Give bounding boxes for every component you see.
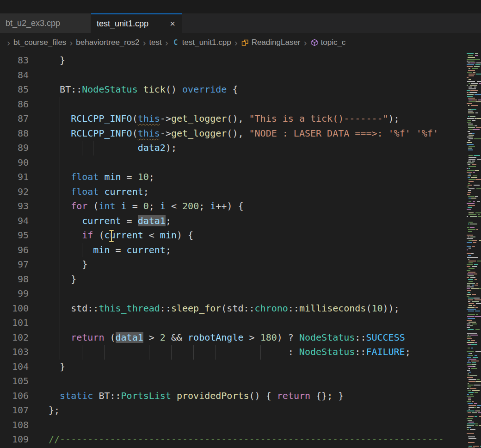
code-line[interactable]: std::this_thread::sleep_for(std::chrono:… [49,301,481,316]
chevron-right-icon: › [139,37,149,47]
line-number: 84 [0,68,29,83]
code-line[interactable]: } [49,53,481,68]
line-number: 105 [0,374,29,389]
line-number: 106 [0,389,29,404]
line-number: 109 [0,432,29,447]
line-number: 99 [0,286,29,301]
code-line[interactable]: return (data1 > 2 && robotAngle > 180) ?… [49,330,481,345]
title-bar [0,0,481,13]
breadcrumb-item-test_unit1[interactable]: C test_unit1.cpp [172,38,231,47]
line-number: 93 [0,199,29,214]
code-line[interactable] [49,286,481,301]
chevron-right-icon: › [162,37,172,47]
line-number: 98 [0,272,29,287]
line-number: 97 [0,257,29,272]
code-line[interactable]: //--------------------------------------… [49,432,481,447]
line-number: 101 [0,316,29,330]
code-line[interactable]: } [49,272,481,287]
line-number: 87 [0,112,29,126]
chevron-right-icon: › [301,37,310,47]
breadcrumb-item-ReadingLaser[interactable]: ReadingLaser [241,38,301,47]
line-number: 102 [0,330,29,345]
tab-label: bt_u2_ex3.cpp [6,19,60,28]
breadcrumb-item-behaviortree_ros2[interactable]: behaviortree_ros2 [76,38,139,47]
line-number: 86 [0,97,29,112]
code-line[interactable]: data2); [49,141,481,156]
line-number: 92 [0,185,29,199]
code-line[interactable] [49,97,481,112]
line-number: 89 [0,141,29,156]
code-line[interactable] [49,374,481,389]
code-line[interactable]: current = data1; [49,214,481,229]
code-line[interactable]: if (current < min) { [49,228,481,243]
indent-guide [60,286,60,301]
minimap[interactable] [465,52,481,448]
code-line[interactable]: RCLCPP_INFO(this->get_logger(), "This is… [49,112,481,126]
line-number: 103 [0,345,29,360]
line-number: 96 [0,243,29,258]
line-number: 108 [0,418,29,433]
class-icon [241,38,249,47]
tab-test_unit1[interactable]: test_unit1.cpp × [91,13,182,33]
code-line[interactable]: for (int i = 0; i < 200; i++) { [49,199,481,214]
code-line[interactable]: static BT::PortsList providedPorts() { r… [49,389,481,404]
line-number: 91 [0,170,29,185]
line-number: 100 [0,301,29,316]
code-line[interactable]: : NodeStatus::FAILURE; [49,345,481,360]
code-line[interactable]: BT::NodeStatus tick() override { [49,82,481,97]
line-number: 95 [0,228,29,243]
line-number: 94 [0,214,29,229]
code-line[interactable] [49,316,481,330]
code-line[interactable]: } [49,360,481,374]
code-line[interactable]: float current; [49,185,481,199]
breadcrumb-item-topic[interactable]: topic_c [310,38,346,47]
code-line[interactable] [49,418,481,433]
chevron-right-icon: › [4,37,13,47]
chevron-right-icon: › [66,37,76,47]
gutter: 8384858687888990919293949596979899100101… [0,53,29,448]
indent-guide [60,316,60,330]
line-number: 83 [0,53,29,68]
cpp-file-icon: C [172,38,180,47]
line-number: 107 [0,403,29,418]
close-icon[interactable]: × [169,19,176,28]
line-number: 85 [0,82,29,97]
line-number: 88 [0,126,29,141]
line-number: 104 [0,360,29,374]
code-line[interactable] [49,156,481,170]
editor[interactable]: 8384858687888990919293949596979899100101… [0,52,481,448]
indent-guide [60,156,60,170]
code-line[interactable]: RCLCPP_INFO(this->get_logger(), "NODE : … [49,126,481,141]
code-line[interactable]: }; [49,403,481,418]
code-line[interactable]: } [49,257,481,272]
code-line[interactable]: min = current; [49,243,481,258]
tab-label: test_unit1.cpp [97,19,148,29]
method-icon [310,38,319,47]
breadcrumb: › bt_course_files › behaviortree_ros2 › … [0,33,481,52]
breadcrumb-item-bt_course_files[interactable]: bt_course_files [13,38,66,47]
tab-bar: bt_u2_ex3.cpp test_unit1.cpp × [0,13,481,33]
line-number: 90 [0,156,29,170]
chevron-right-icon: › [231,37,241,47]
code-lines[interactable]: } BT::NodeStatus tick() override { RCLCP… [49,53,481,448]
code-line[interactable]: float min = 10; [49,170,481,185]
breadcrumb-item-test[interactable]: test [149,38,161,47]
code-line[interactable] [49,68,481,83]
tab-bt_u2_ex3[interactable]: bt_u2_ex3.cpp [0,13,91,33]
indent-guide [60,97,60,112]
